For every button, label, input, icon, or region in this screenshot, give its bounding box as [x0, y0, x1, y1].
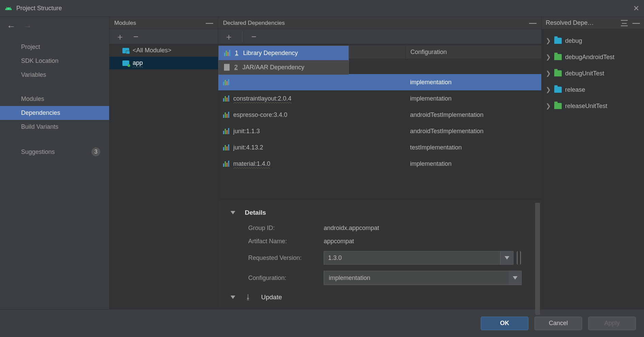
cancel-button[interactable]: Cancel [535, 317, 582, 330]
tree-item-releaseUnitTest[interactable]: ❯ releaseUnitTest [542, 98, 644, 114]
minimize-icon[interactable]: — [632, 19, 640, 28]
sidebar-item-variables[interactable]: Variables [0, 68, 109, 82]
configuration-select[interactable]: implementation [324, 271, 509, 285]
sidebar-item-label: Suggestions [21, 148, 55, 156]
sidebar-item-project[interactable]: Project [0, 40, 109, 54]
folder-icon [554, 70, 562, 76]
tree-item-debug[interactable]: ❯ debug [542, 33, 644, 49]
sidebar-item-label: Build Variants [21, 123, 58, 130]
tree-item-label: release [565, 86, 585, 93]
declared-header: Declared Dependencies — [218, 17, 541, 29]
dependency-config: implementation [405, 160, 541, 167]
module-row-all[interactable]: <All Modules> [109, 44, 218, 57]
mnemonic: 2 [234, 64, 238, 71]
sidebar-item-sdk-location[interactable]: SDK Location [0, 54, 109, 68]
collapse-toggle-icon[interactable] [231, 296, 235, 299]
nav-back-icon[interactable]: ← [7, 21, 16, 32]
dependency-config: testImplementation [405, 144, 541, 151]
folder-icon [554, 38, 562, 44]
nav-forward-icon: → [23, 21, 32, 32]
chevron-right-icon: ❯ [546, 37, 551, 45]
android-icon [5, 5, 12, 12]
dependency-config: androidTestImplementation [405, 111, 541, 119]
dependency-row[interactable]: constraintlayout:2.0.4 implementation [218, 90, 541, 107]
add-dependency-button[interactable]: ＋ [224, 32, 233, 41]
sidebar-item-build-variants[interactable]: Build Variants [0, 120, 109, 134]
folder-icon [554, 54, 562, 60]
popup-item-library-dependency[interactable]: 1 Library Dependency [219, 46, 349, 60]
column-configuration: Configuration [405, 46, 541, 59]
update-title: Update [261, 294, 282, 301]
folder-icon [554, 87, 562, 93]
sidebar: ← → Project SDK Location Variables Modul… [0, 17, 109, 309]
tree-item-label: debugUnitTest [565, 70, 604, 77]
details-scrollbar[interactable] [535, 203, 540, 315]
group-id-label: Group ID: [248, 225, 324, 232]
minimize-icon[interactable]: — [529, 19, 537, 28]
dependency-row[interactable]: appcompat:1.3.0 implementation [218, 74, 541, 90]
version-dropdown-button[interactable] [501, 251, 513, 265]
library-icon [223, 128, 229, 134]
dependency-row[interactable]: junit:1.1.3 androidTestImplementation [218, 123, 541, 139]
remove-dependency-button[interactable]: − [251, 32, 256, 41]
tree-item-debugUnitTest[interactable]: ❯ debugUnitTest [542, 65, 644, 82]
dependency-name: junit:1.1.3 [233, 128, 260, 135]
resolved-dependencies-panel: Resolved Depe… — ❯ debug ❯ debugAndroidT… [541, 17, 644, 309]
resolved-header-label: Resolved Depe… [546, 19, 594, 26]
requested-version-input[interactable] [324, 251, 501, 265]
configuration-label: Configuration: [248, 274, 324, 282]
declared-header-label: Declared Dependencies [223, 20, 285, 26]
button-label: OK [500, 320, 509, 327]
remove-module-button[interactable]: − [133, 32, 138, 41]
add-module-button[interactable]: ＋ [116, 32, 124, 41]
popup-item-label: JAR/AAR Dependency [242, 64, 304, 71]
titlebar: Project Structure ✕ [0, 0, 644, 17]
dependency-row[interactable]: espresso-core:3.4.0 androidTestImplement… [218, 107, 541, 123]
dependency-config: implementation [405, 95, 541, 102]
filter-icon[interactable] [621, 20, 628, 26]
dependency-name: espresso-core:3.4.0 [233, 111, 287, 119]
dependency-row[interactable]: material:1.4.0 implementation [218, 156, 541, 172]
dependency-name: junit:4.13.2 [233, 144, 263, 151]
dependency-row[interactable]: junit:4.13.2 testImplementation [218, 139, 541, 156]
close-button[interactable]: ✕ [633, 4, 639, 13]
modules-header-label: Modules [114, 20, 136, 26]
sidebar-item-suggestions[interactable]: Suggestions 3 [0, 144, 109, 160]
modules-toolbar: ＋ − [109, 29, 218, 44]
dependency-config: implementation [405, 79, 541, 86]
tree-item-label: debugAndroidTest [565, 54, 614, 61]
declared-dependencies-panel: Declared Dependencies — ＋ − 1 Library De… [218, 17, 541, 309]
jar-icon [224, 64, 230, 71]
resolved-header: Resolved Depe… — [542, 17, 644, 29]
module-row-app[interactable]: app [109, 57, 218, 69]
dependency-name: constraintlayout:2.0.4 [233, 95, 291, 102]
download-icon: ⭳ [245, 293, 252, 301]
button-label: Cancel [549, 320, 568, 327]
sidebar-item-dependencies[interactable]: Dependencies [0, 106, 109, 120]
minimize-icon[interactable]: — [206, 19, 213, 28]
declared-toolbar: ＋ − [218, 29, 541, 44]
folder-icon [554, 103, 562, 109]
sidebar-item-label: Project [21, 43, 40, 51]
library-icon [223, 112, 229, 118]
tree-item-release[interactable]: ❯ release [542, 82, 644, 98]
tree-item-debugAndroidTest[interactable]: ❯ debugAndroidTest [542, 49, 644, 65]
group-id-value: androidx.appcompat [324, 225, 379, 232]
artifact-name-value: appcompat [324, 238, 354, 245]
library-icon [223, 161, 229, 167]
chevron-right-icon: ❯ [546, 70, 551, 77]
ok-button[interactable]: OK [481, 317, 528, 330]
popup-item-jar-aar-dependency[interactable]: 2 JAR/AAR Dependency [219, 60, 349, 74]
drag-handle-icon[interactable] [517, 251, 521, 265]
sidebar-item-modules[interactable]: Modules [0, 92, 109, 106]
apply-button[interactable]: Apply [588, 317, 636, 330]
artifact-name-label: Artifact Name: [248, 238, 324, 245]
library-icon [223, 95, 229, 102]
collapse-toggle-icon[interactable] [231, 211, 235, 214]
configuration-dropdown-button[interactable] [509, 271, 522, 285]
popup-item-label: Library Dependency [243, 50, 298, 57]
suggestions-badge: 3 [91, 147, 100, 156]
dependency-name: material:1.4.0 [233, 160, 270, 167]
tree-item-label: debug [565, 37, 582, 45]
sidebar-item-label: Dependencies [21, 109, 60, 117]
